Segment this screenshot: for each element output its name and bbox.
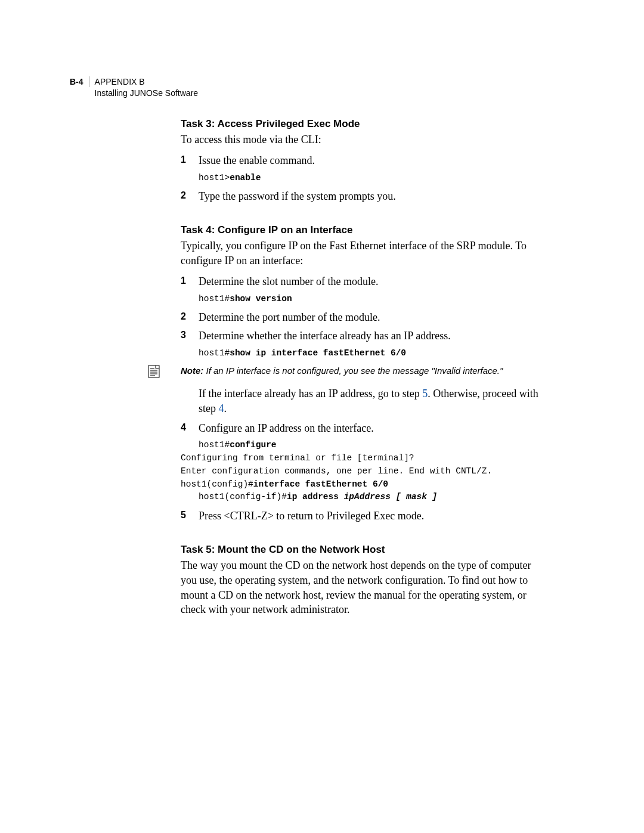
task3-step1: 1 Issue the enable command. — [181, 153, 538, 168]
page-number: B-4 — [70, 76, 89, 87]
task4-after-note: If the interface already has an IP addre… — [181, 386, 538, 416]
task3-step2: 2 Type the password if the system prompt… — [181, 189, 538, 204]
step-number: 1 — [181, 153, 199, 168]
task3-code1: host1>enable — [199, 172, 538, 185]
task3-intro: To access this mode via the CLI: — [181, 132, 538, 147]
task4-step5: 5 Press <CTRL-Z> to return to Privileged… — [181, 509, 538, 524]
step-text: Press <CTRL-Z> to return to Privileged E… — [199, 509, 538, 524]
task4-step4: 4 Configure an IP address on the interfa… — [181, 421, 538, 436]
step-number: 2 — [181, 189, 199, 204]
task4-title: Task 4: Configure IP on an Interface — [181, 224, 538, 236]
task4-code1: host1#show version — [199, 293, 538, 306]
note-row: Note: If an IP interface is not configur… — [148, 365, 538, 378]
step-text: Determine the port number of the module. — [199, 310, 538, 325]
task4-step1: 1 Determine the slot number of the modul… — [181, 274, 538, 289]
task4-intro: Typically, you configure IP on the Fast … — [181, 239, 538, 268]
task3-title: Task 3: Access Privileged Exec Mode — [181, 118, 538, 130]
task5-body: The way you mount the CD on the network … — [181, 558, 538, 617]
step-number: 5 — [181, 509, 199, 524]
task4-code4-l5: host1(config-if)#ip address ipAddress [ … — [199, 491, 538, 504]
step-number: 4 — [181, 421, 199, 436]
header-meta: APPENDIX B Installing JUNOSe Software — [89, 76, 199, 99]
task5-title: Task 5: Mount the CD on the Network Host — [181, 544, 538, 556]
step-text: Type the password if the system prompts … — [199, 189, 538, 204]
appendix-label: APPENDIX B — [95, 76, 199, 88]
xref-step4[interactable]: 4 — [219, 402, 224, 414]
task4-step3: 3 Determine whether the interface alread… — [181, 329, 538, 343]
step-text: Issue the enable command. — [199, 153, 538, 168]
note-text: Note: If an IP interface is not configur… — [181, 365, 503, 377]
note-icon — [148, 365, 181, 378]
appendix-subtitle: Installing JUNOSe Software — [95, 88, 199, 99]
task4-code3: host1#show ip interface fastEthernet 6/0 — [199, 347, 538, 360]
task4-code4-l3: Enter configuration commands, one per li… — [181, 465, 538, 478]
step-number: 1 — [181, 274, 199, 289]
step-text: If the interface already has an IP addre… — [199, 386, 538, 416]
step-number: 3 — [181, 329, 199, 343]
task4-code4-l1: host1#configure — [199, 439, 538, 452]
page-header: B-4 APPENDIX B Installing JUNOSe Softwar… — [70, 76, 198, 99]
step-number: 2 — [181, 310, 199, 325]
step-text: Determine the slot number of the module. — [199, 274, 538, 289]
task4-code4-l4: host1(config)#interface fastEthernet 6/0 — [181, 478, 538, 491]
step-text: Configure an IP address on the interface… — [199, 421, 538, 436]
xref-step5[interactable]: 5 — [422, 388, 428, 400]
task4-step2: 2 Determine the port number of the modul… — [181, 310, 538, 325]
step-text: Determine whether the interface already … — [199, 329, 538, 343]
task4-code4-l2: Configuring from terminal or file [termi… — [181, 452, 538, 465]
page-content: Task 3: Access Privileged Exec Mode To a… — [181, 118, 538, 623]
